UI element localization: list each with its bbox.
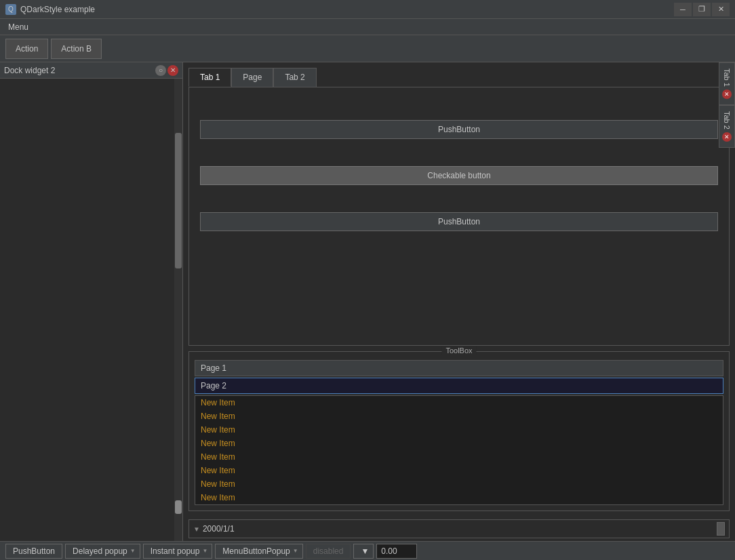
spinbox-value: 0.00	[381, 546, 397, 556]
disabled-button: disabled	[306, 544, 351, 559]
vtab-2-close[interactable]: ✕	[722, 132, 732, 142]
tab-page-content: PushButton Checkable button PushButton	[189, 87, 729, 345]
date-picker-bar: ▼ 2000/1/1	[188, 519, 730, 538]
instant-popup-button[interactable]: Instant popup ▼	[143, 544, 213, 559]
toolbar-action-b-button[interactable]: Action B	[51, 39, 102, 59]
right-tabs: Tab 1 ✕ Tab 2 ✕	[719, 62, 735, 148]
vtab-1-close[interactable]: ✕	[722, 89, 732, 99]
list-item[interactable]: New Item	[195, 491, 723, 504]
vtab-1-label: Tab 1	[723, 68, 731, 87]
spacer-1	[200, 98, 718, 115]
list-item[interactable]: New Item	[195, 464, 723, 477]
menu-bar: Menu	[0, 19, 735, 35]
title-bar-controls: ─ ❐ ✕	[674, 3, 730, 16]
main-content: Tab 1 Page Tab 2 PushButton Checkable bu…	[183, 62, 735, 541]
bottom-toolbar: PushButton Delayed popup ▼ Instant popup…	[0, 541, 735, 560]
app-icon: Q	[5, 4, 16, 15]
close-button[interactable]: ✕	[712, 3, 730, 16]
sidebar-scrollbar[interactable]	[174, 79, 182, 541]
toolbox-inner: Page 1 Page 2 New Item New Item New Item…	[189, 352, 729, 511]
dock-widget-header: Dock widget 2 ○ ✕	[0, 62, 182, 79]
list-item[interactable]: New Item	[195, 450, 723, 464]
spacer-4	[200, 237, 718, 253]
title-bar-left: Q QDarkStyle example	[5, 4, 95, 15]
tab-page[interactable]: Page	[231, 68, 273, 87]
spinbox[interactable]: 0.00	[376, 544, 417, 559]
checkable-button[interactable]: Checkable button	[200, 166, 718, 185]
push-button-1[interactable]: PushButton	[200, 120, 718, 139]
vtab-2[interactable]: Tab 2 ✕	[719, 105, 735, 148]
dock-close-button[interactable]: ✕	[167, 65, 178, 76]
sidebar-scroll-handle	[175, 500, 182, 514]
spacer-3	[200, 191, 718, 207]
menu-button-arrow-icon: ▼	[293, 548, 298, 554]
toolbar: Action Action B	[0, 35, 735, 62]
tab-2[interactable]: Tab 2	[273, 68, 316, 87]
instant-popup-arrow-icon: ▼	[202, 548, 207, 554]
list-item[interactable]: New Item	[195, 409, 723, 423]
list-item[interactable]: New Item	[195, 396, 723, 409]
main-layout: Dock widget 2 ○ ✕ Tab 1 Page Tab 2 PushB…	[0, 62, 735, 541]
toolbox-label: ToolBox	[441, 346, 476, 355]
dock-widget-controls: ○ ✕	[155, 65, 178, 76]
tab-content: PushButton Checkable button PushButton	[188, 87, 730, 346]
left-sidebar: Dock widget 2 ○ ✕	[0, 62, 183, 541]
list-item[interactable]: New Item	[195, 477, 723, 491]
spinbox-dropdown-arrow: ▼	[361, 546, 369, 556]
toolbox-page-2[interactable]: Page 2	[195, 378, 723, 394]
sidebar-scrollbar-thumb	[175, 133, 182, 268]
bottom-push-button[interactable]: PushButton	[5, 544, 62, 559]
sidebar-scroll-area	[0, 79, 182, 541]
dock-restore-button[interactable]: ○	[155, 65, 166, 76]
push-button-2[interactable]: PushButton	[200, 212, 718, 231]
list-item[interactable]: New Item	[195, 423, 723, 437]
menu-item-menu[interactable]: Menu	[3, 21, 34, 33]
date-value: 2000/1/1	[203, 524, 714, 534]
delayed-popup-arrow-icon: ▼	[130, 548, 136, 554]
restore-button[interactable]: ❐	[693, 3, 711, 16]
spacer-2	[200, 144, 718, 161]
toolbox-list: New Item New Item New Item New Item New …	[195, 395, 723, 505]
vtab-2-label: Tab 2	[723, 111, 731, 129]
vtab-1[interactable]: Tab 1 ✕	[719, 62, 735, 105]
minimize-button[interactable]: ─	[674, 3, 692, 16]
dock-widget-title: Dock widget 2	[4, 66, 55, 75]
date-picker-scroll[interactable]	[717, 522, 725, 536]
date-picker-arrow: ▼	[193, 525, 200, 533]
delayed-popup-button[interactable]: Delayed popup ▼	[65, 544, 140, 559]
tab-bar: Tab 1 Page Tab 2	[183, 62, 735, 87]
window-title: QDarkStyle example	[20, 5, 95, 14]
menu-button-popup[interactable]: MenuButtonPopup ▼	[215, 544, 302, 559]
toolbar-action-button[interactable]: Action	[5, 39, 48, 59]
spinbox-dropdown[interactable]: ▼	[353, 544, 374, 559]
toolbox-page-1[interactable]: Page 1	[195, 360, 723, 376]
list-item[interactable]: New Item	[195, 437, 723, 450]
tab-1[interactable]: Tab 1	[188, 68, 231, 87]
toolbox-section: ToolBox Page 1 Page 2 New Item New Item …	[188, 351, 730, 511]
title-bar: Q QDarkStyle example ─ ❐ ✕	[0, 0, 735, 19]
